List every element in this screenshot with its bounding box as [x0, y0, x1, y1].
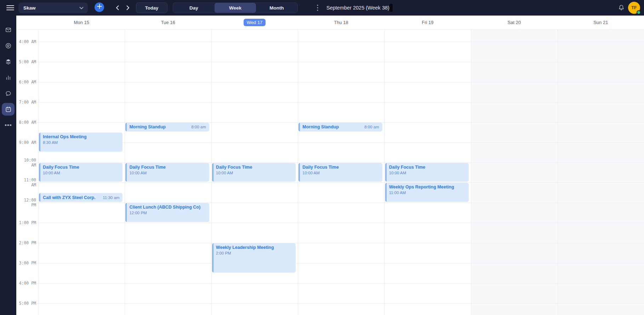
time-label: 1:00 PM: [16, 220, 36, 225]
day-label: Fri 19: [422, 20, 433, 25]
hour-line: [37, 102, 644, 103]
event-block[interactable]: Morning Standup8:00 am: [298, 123, 382, 132]
event-block[interactable]: Daily Focus Time10:00 AM: [39, 163, 122, 182]
time-label: 10:00 AM: [16, 158, 36, 168]
presence-dot: [637, 10, 641, 14]
sidebar-item-analytics[interactable]: [0, 70, 16, 85]
event-title: Daily Focus Time: [216, 165, 293, 170]
event-title: Weekly Ops Reporting Meeting: [389, 185, 466, 189]
event-block[interactable]: Daily Focus Time10:00 AM: [385, 163, 469, 182]
time-label: 12:00 PM: [16, 198, 36, 208]
hour-line: [37, 142, 644, 143]
time-label: 4:00 AM: [16, 39, 36, 44]
hour-line: [37, 223, 644, 223]
day-header-mon[interactable]: Mon 15: [38, 16, 125, 29]
event-block[interactable]: Weekly Leadership Meeting2:00 PM: [212, 243, 296, 272]
sidebar-item-mail[interactable]: [0, 22, 16, 37]
event-block[interactable]: Daily Focus Time10:00 AM: [125, 163, 209, 182]
column-border: [298, 29, 298, 315]
plus-icon: [97, 4, 102, 10]
hour-line: [37, 182, 644, 183]
event-time: 10:00 AM: [302, 171, 379, 175]
event-title: Morning Standup: [129, 124, 166, 129]
event-time: 11:30 am: [103, 196, 119, 200]
event-time: 11:00 AM: [389, 191, 466, 195]
weekend-column-background: [471, 29, 557, 315]
hamburger-menu-icon[interactable]: [4, 0, 16, 16]
day-header-sat[interactable]: Sat 20: [471, 16, 557, 29]
event-time: 8:00 am: [364, 125, 379, 129]
day-header-fri[interactable]: Fri 19: [384, 16, 471, 29]
event-title: Weekly Leadership Meeting: [216, 245, 293, 250]
event-block[interactable]: Weekly Ops Reporting Meeting11:00 AM: [385, 183, 469, 202]
day-header-thu[interactable]: Thu 18: [298, 16, 384, 29]
column-border: [471, 29, 471, 315]
period-title: September 2025 (Week 38): [326, 0, 389, 16]
today-button[interactable]: Today: [136, 2, 167, 13]
hour-line: [37, 62, 644, 62]
column-border: [558, 29, 558, 315]
day-label: Sat 20: [508, 20, 521, 25]
calendar-selector-dropdown[interactable]: Skaw: [18, 2, 88, 13]
sidebar-item-calendar[interactable]: [0, 101, 16, 117]
chevron-down-icon: [79, 5, 84, 11]
view-switcher: DayWeekMonth: [173, 2, 298, 13]
avatar-initials: TF: [631, 5, 637, 10]
time-label: 2:00 PM: [16, 240, 36, 245]
sidebar-item-focus[interactable]: [0, 38, 16, 53]
event-block[interactable]: Internal Ops Meeting8:30 AM: [39, 133, 122, 152]
notifications-bell-icon[interactable]: [617, 0, 626, 16]
avatar[interactable]: TF: [628, 2, 640, 14]
chevron-left-icon: [116, 5, 119, 10]
calendar-selector-label: Skaw: [23, 5, 36, 11]
event-time: 2:00 PM: [216, 251, 293, 255]
grid-top-line: [16, 29, 644, 30]
time-label: 4:00 PM: [16, 281, 36, 286]
sidebar-item-more[interactable]: [0, 117, 16, 133]
ellipsis-icon: [5, 124, 11, 126]
tab-month[interactable]: Month: [256, 3, 297, 13]
time-label: 9:00 AM: [16, 140, 36, 145]
event-title: Internal Ops Meeting: [43, 134, 120, 139]
event-title: Client Lunch (ABCD Shipping Co): [129, 205, 206, 210]
next-week-button[interactable]: [123, 0, 132, 16]
create-event-button[interactable]: [95, 2, 104, 12]
column-border: [384, 29, 385, 315]
day-header-row: Mon 15Tue 16Wed 17Thu 18Fri 19Sat 20Sun …: [16, 16, 644, 29]
event-title: Morning Standup: [302, 124, 339, 129]
time-label: 5:00 AM: [16, 59, 36, 64]
event-block[interactable]: Call with ZYX Steel Corp.11:30 am: [39, 193, 122, 202]
hour-line: [37, 303, 644, 304]
event-block[interactable]: Daily Focus Time10:00 AM: [298, 163, 382, 182]
event-block[interactable]: Client Lunch (ABCD Shipping Co)12:00 PM: [125, 203, 209, 222]
more-options-icon[interactable]: [314, 0, 321, 16]
event-time: 8:30 AM: [43, 140, 120, 145]
column-border: [125, 29, 125, 315]
prev-week-button[interactable]: [113, 0, 122, 16]
time-label: 3:00 PM: [16, 261, 36, 266]
mail-icon: [5, 27, 12, 33]
event-title: Daily Focus Time: [389, 165, 466, 170]
sidebar-item-chat[interactable]: [0, 86, 16, 101]
focus-spiral-icon: [5, 42, 12, 49]
event-block[interactable]: Morning Standup8:00 am: [125, 123, 209, 132]
event-time: 12:00 PM: [129, 211, 206, 215]
bar-chart-icon: [5, 74, 12, 81]
hour-line: [37, 82, 644, 82]
time-label: 11:00 AM: [16, 177, 36, 187]
column-border: [38, 29, 39, 315]
day-label: Sun 21: [593, 20, 608, 25]
sidebar-item-tasks[interactable]: [0, 54, 16, 69]
day-label: Mon 15: [74, 20, 89, 25]
column-border: [211, 29, 212, 315]
day-header-wed[interactable]: Wed 17: [211, 16, 298, 29]
day-header-tue[interactable]: Tue 16: [125, 16, 211, 29]
tab-week[interactable]: Week: [215, 3, 256, 13]
tab-day[interactable]: Day: [173, 3, 215, 13]
sidebar: [0, 16, 16, 315]
event-block[interactable]: Daily Focus Time10:00 AM: [212, 163, 296, 182]
calendar-grid: 4:00 AM5:00 AM6:00 AM7:00 AM8:00 AM9:00 …: [16, 29, 644, 315]
weekend-column-background: [558, 29, 644, 315]
hour-line: [37, 263, 644, 263]
day-header-sun[interactable]: Sun 21: [558, 16, 644, 29]
